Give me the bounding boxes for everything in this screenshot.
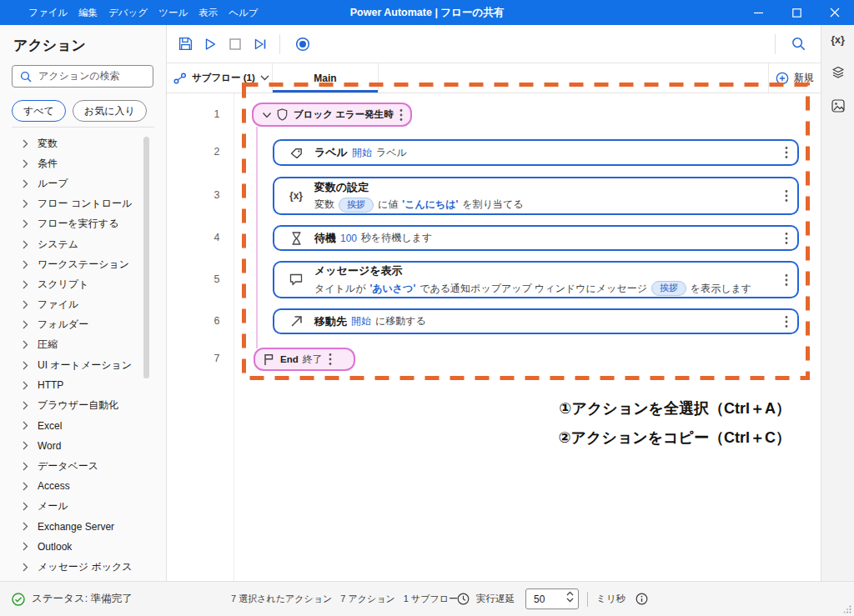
filter-all-button[interactable]: すべて xyxy=(12,100,66,122)
action-group-item[interactable]: UI オートメーション xyxy=(0,355,166,375)
menu-item-1[interactable]: 編集 xyxy=(78,7,98,19)
menu-item-3[interactable]: ツール xyxy=(158,7,188,19)
minimize-button[interactable] xyxy=(739,0,777,25)
action-group-item[interactable]: ワークステーション xyxy=(0,254,166,274)
description-segment: 開始 xyxy=(352,146,372,160)
menu-item-4[interactable]: 表示 xyxy=(198,7,218,19)
collapse-chevron-icon[interactable] xyxy=(262,112,272,118)
description-segment: に移動する xyxy=(375,314,426,328)
more-actions-icon[interactable] xyxy=(785,315,788,328)
run-delay-input[interactable]: 50 xyxy=(525,588,579,609)
line-number: 1 xyxy=(207,108,227,120)
action-block-2[interactable]: ラベル開始ラベル xyxy=(273,139,799,166)
action-group-label: Excel xyxy=(38,420,62,432)
resize-grip[interactable] xyxy=(843,605,851,613)
description-segment: 秒を待機します xyxy=(361,231,432,245)
menu-item-5[interactable]: ヘルプ xyxy=(229,7,258,19)
varx-icon: {x} xyxy=(288,190,304,202)
ui-elements-icon[interactable] xyxy=(831,66,845,79)
action-title: メッセージを表示 xyxy=(314,263,751,278)
chevron-right-icon xyxy=(23,502,28,511)
action-block-1[interactable]: ブロック エラー発生時 xyxy=(252,103,412,127)
action-group-label: フォルダー xyxy=(38,318,88,332)
run-next-action-button[interactable] xyxy=(252,36,269,53)
chevron-right-icon xyxy=(23,240,28,249)
recorder-button[interactable] xyxy=(294,36,311,53)
status-separator xyxy=(587,592,588,607)
window-controls xyxy=(739,0,854,25)
action-group-item[interactable]: ブラウザー自動化 xyxy=(0,395,166,415)
info-icon[interactable] xyxy=(635,593,648,605)
action-group-item[interactable]: フロー コントロール xyxy=(0,194,166,214)
run-delay-label: 実行遅延 xyxy=(476,593,515,605)
more-actions-icon[interactable] xyxy=(785,146,788,159)
chevron-right-icon xyxy=(23,462,28,471)
action-group-item[interactable]: Word xyxy=(0,436,166,456)
action-group-item[interactable]: 圧縮 xyxy=(0,335,166,355)
chevron-right-icon xyxy=(23,260,28,269)
label-icon xyxy=(288,148,304,158)
action-block-7[interactable]: End終了 xyxy=(254,348,355,371)
save-button[interactable] xyxy=(177,36,193,53)
action-groups: 変数条件ループフロー コントロールフローを実行するシステムワークステーションスク… xyxy=(0,133,166,577)
filter-favorites-button[interactable]: お気に入り xyxy=(73,100,147,122)
stop-button[interactable] xyxy=(227,36,244,53)
title-bar: ファイル編集デバッグツール表示ヘルプ Power Automate | フローの… xyxy=(0,0,854,25)
action-block-5[interactable]: メッセージを表示タイトルが'あいさつ'である通知ポップアップ ウィンドウにメッセ… xyxy=(273,261,799,298)
action-group-item[interactable]: フローを実行する xyxy=(0,214,166,234)
action-group-item[interactable]: スクリプト xyxy=(0,274,166,294)
more-actions-icon[interactable] xyxy=(785,189,788,203)
action-title: 変数の設定 xyxy=(314,180,524,195)
line-number-divider xyxy=(234,93,234,581)
annotation-step1: ①アクションを全選択（Ctrl＋A） xyxy=(559,398,791,418)
variable-pill[interactable]: 挨拶 xyxy=(651,281,686,296)
action-group-item[interactable]: HTTP xyxy=(0,375,166,395)
chevron-right-icon xyxy=(23,542,28,551)
action-block-4[interactable]: 待機100秒を待機します xyxy=(273,225,799,251)
action-group-item[interactable]: メール xyxy=(0,496,166,516)
images-icon[interactable] xyxy=(831,99,845,113)
action-block-3[interactable]: {x}変数の設定変数挨拶に値'こんにちは'を割り当てる xyxy=(273,177,799,215)
action-group-item[interactable]: メッセージ ボックス xyxy=(0,557,166,577)
sidebar-scrollbar[interactable] xyxy=(143,137,149,378)
search-placeholder: アクションの検索 xyxy=(38,69,120,83)
action-group-item[interactable]: ファイル xyxy=(0,295,166,315)
variable-pill[interactable]: 挨拶 xyxy=(339,198,374,213)
action-group-item[interactable]: 条件 xyxy=(0,153,166,173)
search-flow-button[interactable] xyxy=(790,36,806,53)
action-search-input[interactable]: アクションの検索 xyxy=(12,65,153,88)
tab-main[interactable]: Main xyxy=(272,63,379,93)
action-block-6[interactable]: 移動先開始に移動する xyxy=(273,308,799,334)
description-segment: 100 xyxy=(340,233,357,244)
active-tab-underline xyxy=(273,90,378,93)
line-number: 3 xyxy=(207,189,227,201)
chevron-down-icon xyxy=(260,75,269,81)
action-group-item[interactable]: データベース xyxy=(0,456,166,476)
action-group-item[interactable]: Outlook xyxy=(0,537,166,557)
description-segment: である通知ポップアップ ウィンドウにメッセージ xyxy=(419,282,647,296)
chevron-right-icon xyxy=(23,421,28,430)
action-group-label: データベース xyxy=(38,459,98,473)
variables-icon[interactable]: {x} xyxy=(831,34,845,46)
menu-item-2[interactable]: デバッグ xyxy=(108,7,148,19)
clock-icon xyxy=(457,593,470,605)
more-actions-icon[interactable] xyxy=(785,273,788,287)
new-subflow-button[interactable]: 新規 xyxy=(768,63,821,93)
action-group-item[interactable]: ループ xyxy=(0,173,166,193)
more-actions-icon[interactable] xyxy=(329,353,332,366)
more-actions-icon[interactable] xyxy=(785,232,788,245)
action-group-item[interactable]: システム xyxy=(0,234,166,254)
subflow-dropdown[interactable]: サブフロー (1) xyxy=(173,63,269,93)
run-button[interactable] xyxy=(202,36,219,53)
maximize-button[interactable] xyxy=(777,0,816,25)
right-rail: {x} xyxy=(821,25,854,581)
close-button[interactable] xyxy=(816,0,854,25)
status-bar: ステータス: 準備完了 7 選択されたアクション 7 アクション 1 サブフロー… xyxy=(0,581,854,616)
action-group-item[interactable]: Access xyxy=(0,476,166,496)
action-group-item[interactable]: フォルダー xyxy=(0,315,166,335)
action-group-item[interactable]: 変数 xyxy=(0,133,166,153)
menu-item-0[interactable]: ファイル xyxy=(28,7,68,19)
action-group-item[interactable]: Exchange Server xyxy=(0,517,166,537)
more-actions-icon[interactable] xyxy=(399,108,403,122)
action-group-item[interactable]: Excel xyxy=(0,416,166,436)
